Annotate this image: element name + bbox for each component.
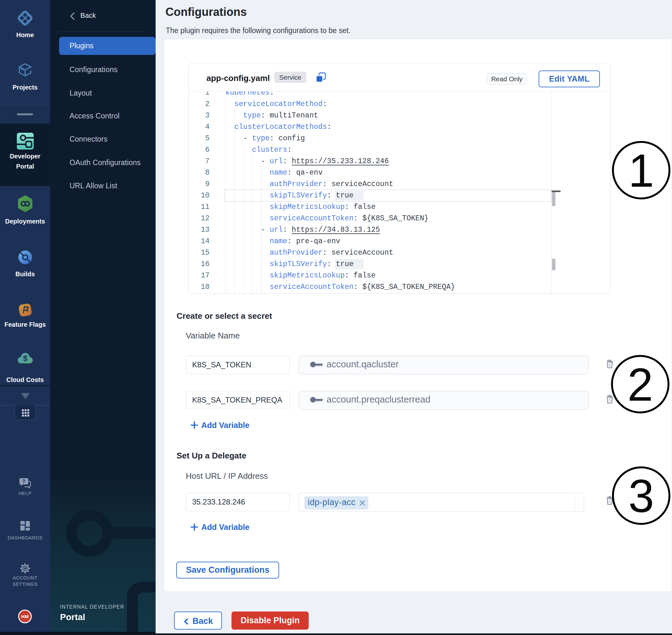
svg-text:$: $ (23, 354, 27, 363)
svg-text:?: ? (22, 479, 25, 484)
